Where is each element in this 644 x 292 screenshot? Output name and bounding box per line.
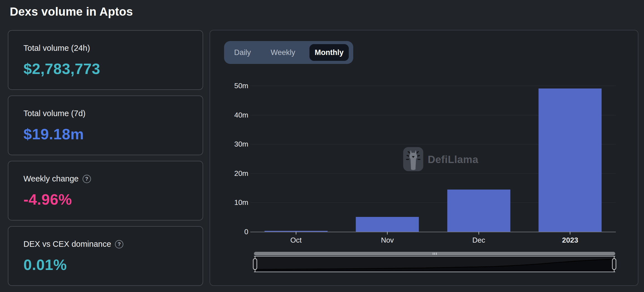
chart-horizontal-scrollbar[interactable] [254,252,615,255]
stat-value: $2,783,773 [23,60,188,77]
gridline [250,86,616,86]
x-axis-tick [479,232,479,234]
brush-left-handle[interactable] [253,259,257,270]
tab-weekly[interactable]: Weekly [265,44,301,61]
stat-card-total-volume-7d: Total volume (7d) $19.18m [8,95,203,155]
y-axis-label: 20m [210,169,248,178]
help-icon[interactable]: ? [115,240,123,248]
x-axis-tick [296,232,296,234]
stat-card-dex-vs-cex-dominance: DEX vs CEX dominance ? 0.01% [8,226,203,286]
x-axis-label: Nov [381,236,394,245]
chart-bar[interactable] [356,217,419,232]
stat-value: $19.18m [23,125,188,143]
tab-daily[interactable]: Daily [229,44,256,61]
x-axis-tick [387,232,388,234]
stat-label: Weekly change [23,174,79,183]
help-icon[interactable]: ? [83,175,91,183]
x-axis-tick [570,232,570,234]
brush-right-handle[interactable] [612,259,616,270]
chart-bar[interactable] [539,88,602,232]
y-axis-label: 50m [210,82,248,90]
x-axis-label: Oct [290,236,302,245]
chart-bar[interactable] [447,190,510,232]
stat-label: Total volume (24h) [23,44,90,53]
watermark-text: DefiLlama [428,154,478,166]
timeline-brush[interactable] [254,256,615,272]
stat-label: Total volume (7d) [23,109,85,118]
stat-card-total-volume-24h: Total volume (24h) $2,783,773 [8,30,203,90]
x-axis-label: 2023 [562,236,578,245]
stat-value: -4.96% [23,191,188,208]
x-axis-label: Dec [472,236,485,245]
scrollbar-grip-icon[interactable] [433,253,437,255]
y-axis-label: 30m [210,140,248,149]
y-axis-label: 40m [210,111,248,119]
stat-card-weekly-change: Weekly change ? -4.96% [8,161,203,221]
stat-label: DEX vs CEX dominance [23,240,111,249]
interval-tab-group: Daily Weekly Monthly [224,41,353,64]
y-axis-label: 0 [210,228,248,236]
x-axis-line [250,232,616,232]
tab-monthly[interactable]: Monthly [309,44,349,61]
brush-minimap-area [254,257,615,272]
watermark: DefiLlama [403,147,478,172]
stat-value: 0.01% [23,256,188,273]
volume-chart-panel: Daily Weekly Monthly 50m40m30m20m10m0Oct… [210,30,638,286]
defillama-logo-icon [403,147,423,172]
page-title: Dexs volume in Aptos [10,5,133,18]
y-axis-label: 10m [210,198,248,207]
